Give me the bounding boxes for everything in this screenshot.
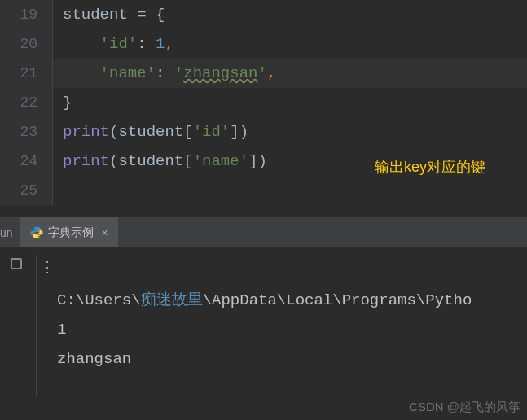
divider — [36, 255, 37, 396]
console-output[interactable]: C:\Users\痴迷故里\AppData\Local\Programs\Pyt… — [54, 248, 527, 403]
line-number-gutter: 19 20 21 22 23 24 25 — [0, 0, 53, 205]
code-line[interactable]: student = { — [53, 0, 527, 29]
code-line[interactable]: 'id': 1, — [53, 29, 527, 59]
watermark: CSDN @起飞的风筝 — [409, 400, 520, 415]
console-line: 1 — [57, 321, 66, 339]
code-area[interactable]: student = { 'id': 1, 'name': 'zhangsan',… — [53, 0, 527, 205]
close-icon[interactable]: × — [102, 226, 108, 239]
annotation-label: 输出key对应的键 — [375, 157, 485, 177]
run-tab-label: 字典示例 — [48, 225, 94, 240]
code-line-active[interactable]: 'name': 'zhangsan', — [53, 59, 527, 88]
run-tab[interactable]: 字典示例 × — [20, 217, 118, 247]
line-number: 24 — [0, 147, 37, 176]
code-line[interactable]: } — [53, 88, 527, 117]
line-number: 22 — [0, 88, 37, 117]
console-line: zhangsan — [57, 350, 131, 368]
line-number: 25 — [0, 176, 37, 205]
run-toolwindow-label[interactable]: un — [0, 217, 20, 247]
console-toolbar — [0, 248, 33, 269]
code-line[interactable]: print(student['id']) — [53, 117, 527, 147]
line-number: 20 — [0, 29, 37, 59]
stop-icon[interactable] — [11, 258, 22, 269]
run-panel: un 字典示例 × ⋮ C:\Users\痴迷故里\AppData\Local\… — [0, 217, 527, 403]
console-area: ⋮ C:\Users\痴迷故里\AppData\Local\Programs\P… — [0, 248, 527, 403]
code-line[interactable] — [53, 176, 527, 205]
more-icon[interactable]: ⋮ — [40, 258, 54, 276]
console-path: C:\Users\痴迷故里\AppData\Local\Programs\Pyt… — [57, 291, 472, 309]
line-number: 23 — [0, 117, 37, 147]
line-number: 21 — [0, 59, 37, 88]
code-editor[interactable]: 19 20 21 22 23 24 25 student = { 'id': 1… — [0, 0, 527, 205]
line-number: 19 — [0, 0, 37, 29]
python-icon — [30, 226, 43, 239]
run-tabbar: un 字典示例 × — [0, 217, 527, 248]
